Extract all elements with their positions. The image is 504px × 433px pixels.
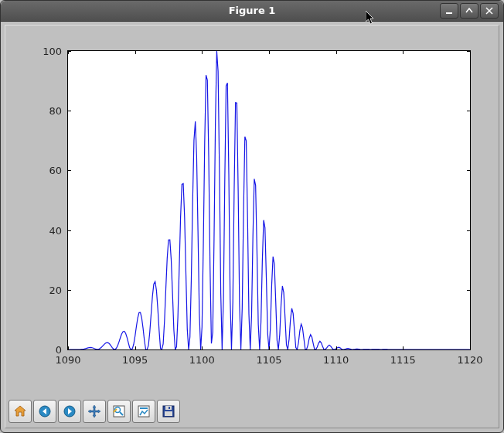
close-button[interactable]	[480, 3, 499, 19]
forward-button[interactable]	[58, 400, 81, 423]
home-button[interactable]	[9, 400, 32, 423]
figure-canvas: 0204060801001090109511001105111011151120	[13, 33, 491, 392]
titlebar[interactable]: Figure 1	[1, 1, 503, 22]
window-frame: Figure 1 0204060801001090109511001105111…	[0, 0, 504, 433]
ytick-label: 80	[49, 105, 68, 117]
svg-rect-13	[165, 411, 172, 416]
arrow-left-icon	[38, 404, 52, 418]
ytick-label: 20	[49, 284, 68, 295]
nav-toolbar	[9, 400, 180, 424]
zoom-icon	[112, 404, 126, 418]
svg-line-1	[486, 8, 492, 14]
xtick-label: 1095	[122, 349, 148, 366]
xtick-label: 1100	[189, 349, 215, 366]
xtick-label: 1090	[55, 349, 80, 366]
ytick-label: 40	[49, 224, 68, 236]
save-button[interactable]	[157, 400, 180, 423]
ytick-label: 100	[43, 46, 68, 57]
pan-button[interactable]	[83, 400, 106, 423]
client-area: 0204060801001090109511001105111011151120	[5, 25, 499, 428]
home-icon	[13, 404, 27, 418]
line-plot	[68, 51, 470, 349]
ytick-label: 60	[49, 165, 68, 176]
subplots-button[interactable]	[132, 400, 155, 423]
plot-axes[interactable]: 0204060801001090109511001105111011151120	[67, 50, 471, 350]
svg-rect-12	[169, 407, 170, 409]
sliders-icon	[137, 404, 151, 418]
arrow-right-icon	[63, 404, 77, 418]
floppy-icon	[162, 404, 175, 418]
window-title: Figure 1	[229, 5, 276, 16]
xtick-label: 1115	[390, 349, 416, 366]
svg-line-2	[486, 8, 492, 14]
xtick-label: 1105	[256, 349, 281, 366]
maximize-button[interactable]	[460, 3, 478, 19]
zoom-button[interactable]	[107, 400, 131, 423]
back-button[interactable]	[33, 400, 56, 423]
xtick-label: 1120	[457, 349, 482, 366]
move-icon	[87, 404, 101, 418]
minimize-button[interactable]	[440, 3, 458, 19]
xtick-label: 1110	[323, 349, 349, 366]
